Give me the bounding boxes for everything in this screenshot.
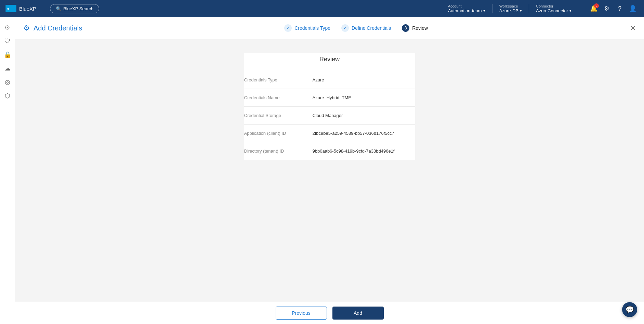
review-row: Credentials Name Azure_Hybrid_TME [244,89,415,107]
review-value: Azure [313,77,415,82]
wizard-title: Add Credentials [34,24,82,32]
review-value: 9bb0aab6-5c98-419b-9cfd-7a38bd496e1f [313,148,415,154]
app-name: BlueXP [19,6,36,12]
gear-icon: ⚙ [604,5,609,12]
review-container: Review Credentials Type Azure Credential… [244,53,415,160]
cloud-icon: ☁ [4,65,11,72]
step2-label: Define Credentials [352,25,391,31]
sidebar-item-shield[interactable]: 🛡 [1,35,14,47]
account-section[interactable]: Account Automation-team ▾ [441,4,492,13]
lock-icon: 🔒 [4,51,11,59]
wizard-body: Review Credentials Type Azure Credential… [15,39,644,302]
step-credentials-type[interactable]: ✓ Credentials Type [284,24,330,32]
notifications-button[interactable]: 🔔 2 [588,3,600,14]
review-label: Application (client) ID [244,131,313,136]
content-area: ⚙ Add Credentials ✓ Credentials Type [15,17,644,324]
sidebar-item-target[interactable]: ◎ [1,76,14,88]
search-icon: 🔍 [56,6,61,11]
review-row: Credentials Type Azure [244,71,415,89]
netapp-logo: N [5,5,16,12]
chat-widget[interactable]: 💬 [622,302,637,317]
sidebar-item-home[interactable]: ⊙ [1,21,14,34]
review-value: Azure_Hybrid_TME [313,95,415,100]
target-icon: ◎ [5,78,10,86]
step-review[interactable]: 3 Review [402,24,428,32]
review-label: Credentials Name [244,95,313,100]
account-label: Account [448,4,462,8]
step1-check-icon: ✓ [286,26,290,30]
step2-icon: ✓ [341,24,349,32]
account-chevron-icon: ▾ [483,9,485,13]
search-area[interactable]: 🔍 BlueXP Search [50,4,99,13]
step2-check-icon: ✓ [343,26,347,30]
workspace-label: Workspace [499,4,518,8]
sidebar-item-network[interactable]: ⬡ [1,90,14,102]
sidebar-item-lock[interactable]: 🔒 [1,49,14,61]
step-define-credentials[interactable]: ✓ Define Credentials [341,24,391,32]
connector-value: AzureConnector ▾ [536,8,571,13]
settings-button[interactable]: ⚙ [601,3,613,14]
step3-label: Review [412,25,428,31]
step1-icon: ✓ [284,24,292,32]
review-label: Directory (tenant) ID [244,148,313,154]
topnav: N BlueXP 🔍 BlueXP Search Account Automat… [0,0,644,17]
chat-icon: 💬 [626,306,634,314]
help-button[interactable]: ? [614,3,626,14]
network-icon: ⬡ [5,92,10,100]
sidebar: ⊙ 🛡 🔒 ☁ ◎ ⬡ [0,17,15,324]
workspace-chevron-icon: ▾ [520,9,522,13]
account-value: Automation-team ▾ [448,8,485,13]
help-icon: ? [618,5,621,12]
close-icon: ✕ [630,24,636,32]
connector-label: Connector [536,4,553,8]
wizard-header: ⚙ Add Credentials ✓ Credentials Type [15,17,644,39]
notification-badge: 2 [594,3,599,8]
step3-icon: 3 [402,24,409,32]
connector-chevron-icon: ▾ [569,9,571,13]
review-row: Application (client) ID 2fbc9be5-a259-45… [244,125,415,142]
review-table: Credentials Type Azure Credentials Name … [244,71,415,160]
user-button[interactable]: 👤 [627,3,639,14]
shield-icon: 🛡 [4,38,11,45]
search-button[interactable]: 🔍 BlueXP Search [50,4,99,13]
wizard-panel: ⚙ Add Credentials ✓ Credentials Type [15,17,644,324]
review-title: Review [244,53,415,63]
sidebar-item-cloud[interactable]: ☁ [1,62,14,75]
main-layout: ⊙ 🛡 🔒 ☁ ◎ ⬡ ⚙ Add Credentials [0,17,644,324]
wizard-title-area: ⚙ Add Credentials [23,24,82,33]
connector-section[interactable]: Connector AzureConnector ▾ [529,4,578,13]
topnav-info: Account Automation-team ▾ Workspace Azur… [441,4,578,13]
previous-button[interactable]: Previous [276,307,327,320]
step1-label: Credentials Type [294,25,330,31]
brand-area: N BlueXP [5,5,36,12]
review-value: Cloud Manager [313,113,415,118]
review-label: Credential Storage [244,113,313,118]
home-icon: ⊙ [5,24,10,31]
wizard-settings-icon: ⚙ [23,24,30,33]
review-row: Directory (tenant) ID 9bb0aab6-5c98-419b… [244,142,415,160]
wizard-steps: ✓ Credentials Type ✓ Define Credentials [82,24,630,32]
review-value: 2fbc9be5-a259-4539-bb57-036b176f5cc7 [313,131,415,136]
step3-number: 3 [405,26,407,30]
close-button[interactable]: ✕ [630,24,636,32]
review-label: Credentials Type [244,77,313,82]
search-label: BlueXP Search [63,6,93,11]
add-button[interactable]: Add [332,307,384,320]
wizard-footer: Previous Add [15,302,644,324]
workspace-value: Azure-DB ▾ [499,8,522,13]
user-icon: 👤 [629,5,636,12]
svg-text:N: N [6,8,9,11]
workspace-section[interactable]: Workspace Azure-DB ▾ [492,4,529,13]
review-row: Credential Storage Cloud Manager [244,107,415,125]
topnav-icons: 🔔 2 ⚙ ? 👤 [584,3,639,14]
